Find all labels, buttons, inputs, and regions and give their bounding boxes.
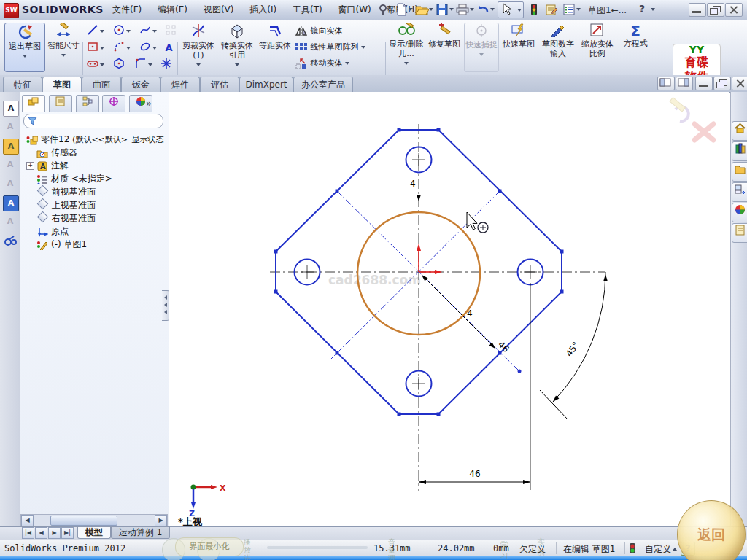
- circle-caret[interactable]: [126, 30, 131, 33]
- trim-caret[interactable]: [196, 63, 201, 66]
- options-dropdown-caret[interactable]: [576, 8, 581, 11]
- spline-caret[interactable]: [152, 30, 157, 33]
- circle-tool-icon[interactable]: [113, 24, 125, 38]
- tab-evaluate[interactable]: 评估: [200, 77, 239, 92]
- smart-dimension-caret[interactable]: [61, 54, 66, 57]
- macro-open-icon[interactable]: A: [3, 139, 19, 155]
- configurationmanager-tab[interactable]: [76, 95, 99, 112]
- construction-endpoint[interactable]: [518, 370, 522, 373]
- tree-item-sensors[interactable]: 传感器: [36, 146, 164, 159]
- featuremanager-tab[interactable]: [22, 95, 45, 112]
- pane-left-button[interactable]: [657, 77, 675, 90]
- confirmation-corner[interactable]: [670, 98, 713, 140]
- tree-filter-input[interactable]: [23, 114, 163, 128]
- ellipse-tool-icon[interactable]: [139, 41, 151, 55]
- select-tool-button[interactable]: [498, 1, 524, 18]
- restore-button[interactable]: [707, 3, 724, 17]
- sketch-canvas[interactable]: cad2688.com: [169, 92, 729, 526]
- doc-close-button[interactable]: [732, 77, 747, 90]
- menu-tools[interactable]: 工具(T): [286, 0, 329, 19]
- options-list-button[interactable]: [562, 2, 576, 17]
- tab-weldments[interactable]: 焊件: [160, 77, 200, 92]
- move-entities-caret[interactable]: [345, 62, 349, 65]
- first-tab-button[interactable]: |◀: [22, 527, 34, 539]
- prev-tab-button[interactable]: ◀: [35, 527, 47, 539]
- equations-button[interactable]: Σ 方程式: [619, 23, 652, 71]
- scroll-thumb[interactable]: [50, 516, 117, 526]
- next-tab-button[interactable]: ▶: [48, 527, 61, 539]
- help-icon[interactable]: ?: [639, 3, 645, 15]
- save-dropdown-caret[interactable]: [449, 8, 454, 11]
- minimize-ui-button[interactable]: 界面最小化: [175, 537, 244, 556]
- menu-window[interactable]: 窗口(W): [332, 0, 378, 19]
- traffic-light-icon[interactable]: [527, 2, 541, 17]
- mirror-entities-button[interactable]: 镜向实体: [295, 26, 381, 42]
- model-tab[interactable]: 模型: [77, 527, 111, 539]
- smart-dimension-button[interactable]: 智能尺寸: [47, 23, 80, 71]
- line-caret[interactable]: [100, 30, 104, 33]
- annotations-expander[interactable]: +: [26, 162, 34, 170]
- arc-caret[interactable]: [126, 47, 131, 50]
- tree-item-sketch1[interactable]: (-) 草图1: [36, 238, 164, 251]
- arc-tool-icon[interactable]: [113, 41, 125, 55]
- scroll-left-button[interactable]: ◀: [21, 515, 34, 526]
- rectangle-tool-icon[interactable]: [87, 41, 98, 55]
- custom-status-dropdown[interactable]: 自定义: [645, 543, 671, 556]
- dimension-lines[interactable]: [419, 272, 605, 490]
- properties-button[interactable]: [544, 2, 559, 17]
- exit-sketch-caret[interactable]: [23, 55, 27, 58]
- menu-view[interactable]: 视图(V): [197, 0, 241, 19]
- scroll-right-button[interactable]: ▶: [155, 515, 167, 526]
- tab-sketch[interactable]: 草图: [42, 77, 82, 92]
- spline-tool-icon[interactable]: [139, 24, 151, 38]
- new-dropdown-caret[interactable]: [409, 8, 413, 11]
- slot-tool-icon[interactable]: [87, 58, 98, 71]
- macro-new-icon[interactable]: A: [3, 101, 19, 117]
- tab-surfaces[interactable]: 曲面: [82, 77, 121, 92]
- tree-item-annotations[interactable]: +A注解: [26, 159, 164, 172]
- line-tool-icon[interactable]: [87, 24, 98, 38]
- rectangle-caret[interactable]: [100, 47, 104, 50]
- polygon-tool-icon[interactable]: [113, 58, 125, 71]
- file-explorer-tab[interactable]: [732, 162, 747, 182]
- close-button[interactable]: [725, 3, 743, 17]
- tree-item-origin[interactable]: 原点: [36, 225, 164, 238]
- progress-track[interactable]: [267, 546, 368, 549]
- new-document-button[interactable]: [394, 2, 409, 17]
- sketch-numeric-input-button[interactable]: 草图数字输入: [540, 23, 576, 71]
- ellipse-caret[interactable]: [152, 47, 157, 50]
- custom-properties-tab[interactable]: [732, 223, 747, 243]
- design-library-tab[interactable]: [732, 141, 747, 161]
- pin-icon[interactable]: [376, 2, 391, 17]
- convert-entities-button[interactable]: 转换实体引用: [219, 23, 255, 71]
- menu-file[interactable]: 文件(F): [106, 0, 148, 19]
- display-delete-relations-button[interactable]: 显示/删除几...: [388, 23, 425, 71]
- tree-item-top-plane[interactable]: 上视基准面: [36, 198, 164, 211]
- help-dropdown-caret[interactable]: [651, 8, 655, 11]
- pane-right-button[interactable]: [676, 77, 693, 90]
- minimize-button[interactable]: [689, 3, 706, 17]
- tree-root-part[interactable]: 零件12 (默认<<默认>_显示状态: [26, 133, 164, 146]
- centerlines[interactable]: [270, 124, 605, 491]
- fillet-caret[interactable]: [148, 63, 152, 66]
- dimxpertmanager-tab[interactable]: [102, 95, 125, 112]
- offset-entities-button[interactable]: 等距实体: [258, 23, 292, 71]
- convert-caret[interactable]: [235, 63, 239, 66]
- print-dropdown-caret[interactable]: [470, 8, 474, 11]
- dimension-texts[interactable]: 4 4 46 46 45°: [410, 179, 581, 479]
- graphics-area[interactable]: cad2688.com: [169, 92, 729, 526]
- tree-item-material[interactable]: 材质 <未指定>: [36, 172, 164, 185]
- move-entities-button[interactable]: 移动实体: [295, 58, 381, 74]
- linear-pattern-caret[interactable]: [361, 46, 365, 49]
- repair-sketch-button[interactable]: 修复草图: [427, 23, 461, 71]
- tab-office-products[interactable]: 办公室产品: [293, 77, 353, 92]
- undo-dropdown-caret[interactable]: [490, 8, 495, 11]
- fillet-tool-icon[interactable]: [135, 58, 147, 71]
- menu-edit[interactable]: 编辑(E): [151, 0, 194, 19]
- last-tab-button[interactable]: ▶|: [61, 527, 74, 539]
- motion-study-tab[interactable]: 运动算例 1: [111, 527, 170, 539]
- tree-item-right-plane[interactable]: 右视基准面: [36, 211, 164, 225]
- point-tool-icon[interactable]: [160, 58, 172, 71]
- display-delete-caret[interactable]: [404, 62, 409, 65]
- propertymanager-tab[interactable]: [49, 95, 72, 112]
